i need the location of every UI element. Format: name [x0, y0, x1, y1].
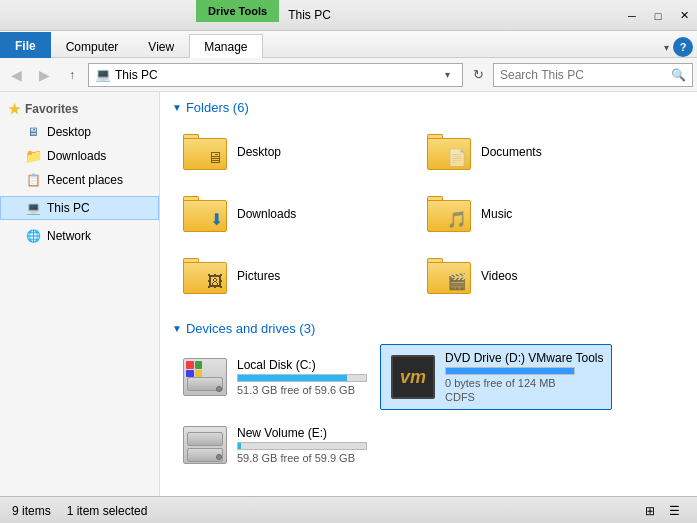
downloads-folder-label: Downloads: [237, 207, 296, 221]
downloads-folder-icon: 📁: [25, 148, 41, 164]
folder-item-desktop[interactable]: 🖥 Desktop: [172, 123, 412, 181]
new-volume-hd-icon: [183, 426, 227, 464]
dvd-icon-area: vm: [389, 353, 437, 401]
up-button[interactable]: ↑: [60, 63, 84, 87]
back-button[interactable]: ◀: [4, 63, 28, 87]
tab-computer[interactable]: Computer: [51, 34, 134, 58]
sidebar-item-network[interactable]: 🌐 Network: [0, 224, 159, 248]
new-volume-size: 59.8 GB free of 59.9 GB: [237, 452, 367, 464]
sidebar-item-recent[interactable]: 📋 Recent places: [0, 168, 159, 192]
downloads-folder-img: ⬇: [181, 190, 229, 238]
sidebar-item-downloads-label: Downloads: [47, 149, 106, 163]
address-box[interactable]: 💻 This PC ▾: [88, 63, 463, 87]
ribbon-expand-icon[interactable]: ▾: [664, 42, 669, 53]
folders-grid: 🖥 Desktop 📄 Documents: [172, 123, 685, 305]
local-disk-bar: [238, 375, 347, 381]
new-volume-bar-container: [237, 442, 367, 450]
address-this-pc-icon: 💻: [95, 67, 111, 82]
maximize-button[interactable]: □: [645, 0, 671, 31]
devices-section-header[interactable]: ▼ Devices and drives (3): [172, 321, 685, 336]
devices-row-1: Local Disk (C:) 51.3 GB free of 59.6 GB …: [172, 344, 685, 410]
new-volume-name: New Volume (E:): [237, 426, 367, 440]
search-icon: 🔍: [671, 68, 686, 82]
dvd-name: DVD Drive (D:) VMware Tools: [445, 351, 603, 365]
drive-tools-label: Drive Tools: [208, 5, 267, 17]
folder-item-music[interactable]: 🎵 Music: [416, 185, 656, 243]
item-count: 9 items: [12, 504, 51, 518]
hard-disk-icon: [183, 358, 227, 396]
selected-count: 1 item selected: [67, 504, 148, 518]
tab-view[interactable]: View: [133, 34, 189, 58]
favorites-section: ★ Favorites 🖥 Desktop 📁 Downloads 📋 Rece…: [0, 98, 159, 192]
favorites-label: Favorites: [25, 102, 78, 116]
breadcrumb-label: This PC: [115, 68, 434, 82]
sidebar-item-recent-label: Recent places: [47, 173, 123, 187]
refresh-button[interactable]: ↻: [467, 64, 489, 86]
main-layout: ★ Favorites 🖥 Desktop 📁 Downloads 📋 Rece…: [0, 92, 697, 496]
videos-folder-img: 🎬: [425, 252, 473, 300]
folders-collapse-arrow: ▼: [172, 102, 182, 113]
help-button[interactable]: ?: [673, 37, 693, 57]
devices-grid: Local Disk (C:) 51.3 GB free of 59.6 GB …: [172, 344, 685, 476]
folder-item-documents[interactable]: 📄 Documents: [416, 123, 656, 181]
close-button[interactable]: ✕: [671, 0, 697, 31]
videos-folder-label: Videos: [481, 269, 517, 283]
folder-item-pictures[interactable]: 🖼 Pictures: [172, 247, 412, 305]
new-volume-icon-area: [181, 421, 229, 469]
this-pc-label: This PC: [47, 201, 90, 215]
music-folder-img: 🎵: [425, 190, 473, 238]
network-label: Network: [47, 229, 91, 243]
forward-button[interactable]: ▶: [32, 63, 56, 87]
status-info: 9 items 1 item selected: [12, 504, 147, 518]
tab-file[interactable]: File: [0, 32, 51, 58]
favorites-header[interactable]: ★ Favorites: [0, 98, 159, 120]
this-pc-icon: 💻: [25, 200, 41, 216]
drive-tools-tab[interactable]: Drive Tools: [196, 0, 279, 22]
minimize-button[interactable]: ─: [619, 0, 645, 31]
music-folder-label: Music: [481, 207, 512, 221]
local-disk-size: 51.3 GB free of 59.6 GB: [237, 384, 367, 396]
ribbon: File Computer View Manage ▾ ?: [0, 31, 697, 58]
sidebar-item-this-pc[interactable]: 💻 This PC: [0, 196, 159, 220]
search-box[interactable]: 🔍: [493, 63, 693, 87]
view-icons-button[interactable]: ⊞: [639, 501, 661, 521]
local-disk-bar-container: [237, 374, 367, 382]
folders-header-label: Folders (6): [186, 100, 249, 115]
windows-flag-icon: [186, 361, 202, 377]
this-pc-section: 💻 This PC: [0, 196, 159, 220]
sidebar: ★ Favorites 🖥 Desktop 📁 Downloads 📋 Rece…: [0, 92, 160, 496]
folder-item-videos[interactable]: 🎬 Videos: [416, 247, 656, 305]
desktop-folder-img: 🖥: [181, 128, 229, 176]
dvd-bar: [446, 368, 574, 374]
address-dropdown-icon[interactable]: ▾: [438, 69, 456, 80]
search-input[interactable]: [500, 68, 671, 82]
device-item-local-disk[interactable]: Local Disk (C:) 51.3 GB free of 59.6 GB: [172, 344, 376, 410]
device-item-new-volume[interactable]: New Volume (E:) 59.8 GB free of 59.9 GB: [172, 414, 376, 476]
dvd-info: DVD Drive (D:) VMware Tools 0 bytes free…: [445, 351, 603, 403]
view-list-button[interactable]: ☰: [663, 501, 685, 521]
devices-header-label: Devices and drives (3): [186, 321, 315, 336]
view-buttons: ⊞ ☰: [639, 501, 685, 521]
title-bar: Drive Tools This PC ─ □ ✕: [0, 0, 697, 31]
folder-item-downloads[interactable]: ⬇ Downloads: [172, 185, 412, 243]
address-bar-row: ◀ ▶ ↑ 💻 This PC ▾ ↻ 🔍: [0, 58, 697, 92]
network-icon: 🌐: [25, 228, 41, 244]
content-area: ▼ Folders (6) 🖥 Desktop: [160, 92, 697, 496]
dvd-icon: vm: [391, 355, 435, 399]
folders-section-header[interactable]: ▼ Folders (6): [172, 100, 685, 115]
local-disk-info: Local Disk (C:) 51.3 GB free of 59.6 GB: [237, 358, 367, 396]
pictures-folder-label: Pictures: [237, 269, 280, 283]
ribbon-help: ▾ ?: [660, 37, 697, 57]
window-controls: ─ □ ✕: [619, 0, 697, 31]
documents-folder-label: Documents: [481, 145, 542, 159]
documents-folder-img: 📄: [425, 128, 473, 176]
pictures-folder-img: 🖼: [181, 252, 229, 300]
device-item-dvd[interactable]: vm DVD Drive (D:) VMware Tools 0 bytes f…: [380, 344, 612, 410]
tab-manage[interactable]: Manage: [189, 34, 262, 58]
devices-collapse-arrow: ▼: [172, 323, 182, 334]
sidebar-item-desktop[interactable]: 🖥 Desktop: [0, 120, 159, 144]
dvd-bar-container: [445, 367, 575, 375]
local-disk-icon-area: [181, 353, 229, 401]
devices-row-2: New Volume (E:) 59.8 GB free of 59.9 GB: [172, 414, 685, 476]
sidebar-item-downloads[interactable]: 📁 Downloads: [0, 144, 159, 168]
